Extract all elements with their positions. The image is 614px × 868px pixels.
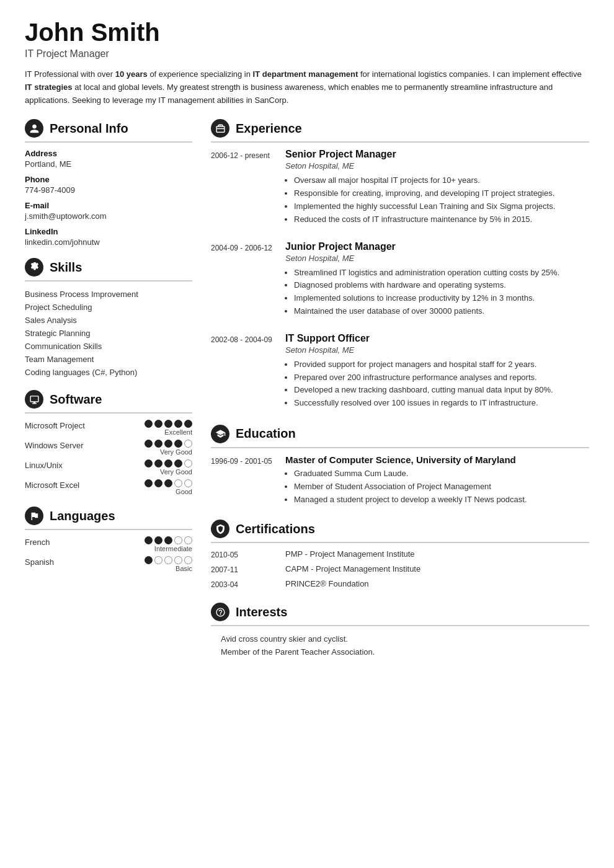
skills-section: Skills Business Process ImprovementProje…	[25, 258, 192, 379]
empty-dot	[174, 556, 182, 564]
language-rating: Intermediate	[145, 536, 192, 552]
empty-dot	[184, 536, 192, 544]
experience-content: Senior Project ManagerSeton Hospital, ME…	[285, 149, 589, 226]
filled-dot	[164, 440, 172, 448]
filled-dot	[164, 420, 172, 428]
languages-title: Languages	[50, 509, 115, 523]
experience-bullet: Successfully resolved over 100 issues in…	[294, 397, 589, 410]
filled-dot	[164, 479, 172, 487]
education-entry: 1996-09 - 2001-05Master of Computer Scie…	[211, 454, 589, 506]
certification-date: 2003-04	[211, 579, 273, 589]
experience-bullet: Diagnosed problems with hardware and ope…	[294, 279, 589, 292]
software-rating: Excellent	[145, 420, 192, 436]
software-section: Software Microsoft ProjectExcellentWindo…	[25, 390, 192, 495]
monitor-svg-icon	[29, 394, 40, 405]
experience-entry: 2002-08 - 2004-09IT Support OfficerSeton…	[211, 333, 589, 410]
skill-item: Project Scheduling	[25, 301, 192, 314]
skill-item: Coding languages (C#, Python)	[25, 366, 192, 379]
experience-bullet: Provided support for project managers an…	[294, 358, 589, 371]
languages-heading: Languages	[25, 507, 192, 530]
empty-dot	[184, 556, 192, 564]
badge-svg-icon	[215, 524, 226, 534]
skill-item: Team Management	[25, 353, 192, 366]
software-list: Microsoft ProjectExcellentWindows Server…	[25, 420, 192, 495]
experience-bullet: Implemented solutions to increase produc…	[294, 292, 589, 305]
graduation-svg-icon	[215, 428, 226, 439]
skills-list: Business Process ImprovementProject Sche…	[25, 288, 192, 379]
experience-bullet: Developed a new tracking dashboard, cutt…	[294, 384, 589, 397]
filled-dot	[145, 459, 153, 467]
certification-entry: 2010-05PMP - Project Management Institut…	[211, 549, 589, 559]
language-item: SpanishBasic	[25, 556, 192, 572]
personal-info-heading: Personal Info	[25, 119, 192, 143]
education-bullet: Graduated Summa Cum Laude.	[294, 467, 527, 480]
filled-dot	[145, 420, 153, 428]
resume-header: John Smith IT Project Manager IT Profess…	[25, 19, 589, 107]
main-layout: Personal Info Address Portland, ME Phone…	[25, 119, 589, 672]
certification-text: CAPM - Project Management Institute	[285, 564, 420, 574]
software-name: Microsoft Excel	[25, 479, 145, 490]
education-section: Education 1996-09 - 2001-05Master of Com…	[211, 425, 589, 506]
linkedin-block: LinkedIn linkedin.com/johnutw	[25, 227, 192, 247]
interest-item: Member of the Parent Teacher Association…	[211, 645, 589, 658]
certification-date: 2010-05	[211, 549, 273, 559]
skills-heading: Skills	[25, 258, 192, 281]
education-title: Education	[236, 427, 296, 441]
certifications-entries: 2010-05PMP - Project Management Institut…	[211, 549, 589, 589]
education-date: 1996-09 - 2001-05	[211, 454, 273, 506]
rating-label: Very Good	[160, 448, 192, 456]
interests-section: Interests Avid cross country skier and c…	[211, 603, 589, 658]
experience-date: 2006-12 - present	[211, 149, 273, 226]
flag-svg-icon	[29, 511, 40, 521]
linkedin-label: LinkedIn	[25, 227, 192, 236]
software-heading: Software	[25, 390, 192, 414]
interests-list: Avid cross country skier and cyclist.Mem…	[211, 632, 589, 658]
filled-dot	[174, 459, 182, 467]
language-item: FrenchIntermediate	[25, 536, 192, 552]
software-item: Microsoft ExcelGood	[25, 479, 192, 495]
rating-label: Good	[176, 488, 192, 495]
experience-company: Seton Hospital, ME	[285, 254, 589, 263]
personal-info-section: Personal Info Address Portland, ME Phone…	[25, 119, 192, 247]
software-rating: Very Good	[145, 440, 192, 456]
software-name: Linux/Unix	[25, 459, 145, 470]
filled-dot	[164, 536, 172, 544]
skills-title: Skills	[50, 260, 82, 275]
software-item: Microsoft ProjectExcellent	[25, 420, 192, 436]
language-name: Spanish	[25, 556, 145, 567]
education-entries: 1996-09 - 2001-05Master of Computer Scie…	[211, 454, 589, 506]
language-name: French	[25, 536, 145, 547]
education-icon	[211, 425, 229, 443]
candidate-title: IT Project Manager	[25, 48, 589, 60]
experience-bullet: Prepared over 200 infrastructure perform…	[294, 371, 589, 384]
interests-svg-icon	[215, 607, 226, 618]
software-icon	[25, 390, 43, 409]
filled-dot	[154, 420, 162, 428]
certification-entry: 2003-04PRINCE2® Foundation	[211, 579, 589, 589]
email-block: E-mail j.smith@uptowork.com	[25, 201, 192, 221]
interests-title: Interests	[236, 605, 287, 619]
experience-bullet: Reduced the costs of IT infrastructure m…	[294, 213, 589, 226]
certification-entry: 2007-11CAPM - Project Management Institu…	[211, 564, 589, 574]
empty-dot	[184, 459, 192, 467]
filled-dot	[154, 536, 162, 544]
empty-dot	[154, 556, 162, 564]
right-column: Experience 2006-12 - presentSenior Proje…	[211, 119, 589, 672]
experience-company: Seton Hospital, ME	[285, 161, 589, 170]
experience-title: Experience	[236, 122, 302, 136]
summary-bold-2: IT department management	[253, 69, 358, 79]
experience-entry: 2004-09 - 2006-12Junior Project ManagerS…	[211, 241, 589, 318]
language-rating: Basic	[145, 556, 192, 572]
skill-item: Business Process Improvement	[25, 288, 192, 301]
software-title: Software	[50, 392, 102, 407]
summary-bold-1: 10 years	[115, 69, 148, 79]
linkedin-value: linkedin.com/johnutw	[25, 237, 192, 247]
address-value: Portland, ME	[25, 159, 192, 169]
education-content: Master of Computer Science, University o…	[285, 454, 527, 506]
empty-dot	[174, 536, 182, 544]
languages-section: Languages FrenchIntermediateSpanishBasic	[25, 507, 192, 572]
experience-bullets: Oversaw all major hospital IT projects f…	[285, 174, 589, 226]
phone-value: 774-987-4009	[25, 185, 192, 195]
person-svg-icon	[29, 123, 40, 134]
software-name: Windows Server	[25, 440, 145, 450]
